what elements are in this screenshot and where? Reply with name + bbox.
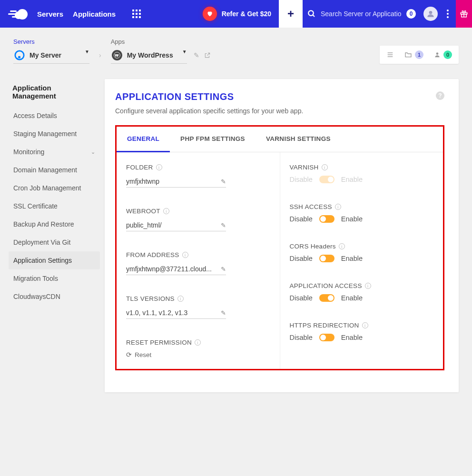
reset-icon: ⟳ bbox=[126, 351, 132, 358]
svg-rect-7 bbox=[139, 10, 141, 11]
svg-rect-10 bbox=[139, 13, 141, 15]
svg-point-16 bbox=[429, 11, 433, 14]
chevron-down-icon: ⌄ bbox=[91, 149, 95, 155]
app-access-toggle[interactable] bbox=[319, 294, 334, 302]
search-icon[interactable] bbox=[307, 10, 316, 18]
list-view-icon[interactable] bbox=[386, 51, 394, 59]
field-from-address: FROM ADDRESSi ymfjxhtwnp@377211.cloud...… bbox=[126, 251, 270, 275]
panel-title: APPLICATION SETTINGS bbox=[115, 91, 444, 102]
sidebar-item-access-details[interactable]: Access Details bbox=[9, 107, 100, 125]
chevron-down-icon: ▼ bbox=[182, 49, 187, 54]
info-icon[interactable]: i bbox=[335, 204, 341, 210]
crumb-app: Apps My WordPress ▼ bbox=[111, 38, 187, 64]
apps-grid-button[interactable] bbox=[125, 0, 148, 28]
folder-value: ymfjxhtwnp bbox=[126, 178, 221, 185]
users-widget[interactable]: 0 bbox=[434, 50, 452, 59]
context-widgets: 1 0 bbox=[380, 46, 459, 64]
gift-button[interactable] bbox=[456, 0, 472, 28]
field-varnish: VARNISHi Disable Enable bbox=[290, 164, 434, 183]
svg-rect-0 bbox=[10, 10, 17, 12]
sidebar-item-cron-job-management[interactable]: Cron Job Management bbox=[9, 179, 100, 197]
from-address-value: ymfjxhtwnp@377211.cloud... bbox=[126, 265, 221, 273]
edit-app-icon[interactable]: ✎ bbox=[194, 51, 199, 59]
cloudways-logo[interactable] bbox=[0, 8, 37, 20]
field-tls-versions: TLS VERSIONSi v1.0, v1.1, v1.2, v1.3 ✎ bbox=[126, 295, 270, 319]
field-label: FROM ADDRESS bbox=[126, 251, 179, 258]
toggle-enable-label: Enable bbox=[341, 215, 363, 223]
sidebar-item-staging-management[interactable]: Staging Management bbox=[9, 125, 100, 143]
app-name: My WordPress bbox=[127, 51, 173, 59]
search-input[interactable] bbox=[321, 10, 402, 18]
field-label: WEBROOT bbox=[126, 208, 160, 215]
sidebar-item-domain-management[interactable]: Domain Management bbox=[9, 161, 100, 179]
server-selector[interactable]: My Server ▼ bbox=[13, 47, 89, 64]
info-icon[interactable]: i bbox=[365, 283, 371, 289]
sidebar-item-monitoring[interactable]: Monitoring ⌄ bbox=[9, 143, 100, 161]
info-icon[interactable]: i bbox=[182, 252, 188, 258]
field-label: VARNISH bbox=[290, 164, 319, 171]
info-icon[interactable]: i bbox=[177, 296, 184, 302]
sidebar-item-deployment-via-git[interactable]: Deployment Via Git bbox=[9, 233, 100, 251]
info-icon[interactable]: i bbox=[156, 164, 162, 170]
more-menu[interactable] bbox=[443, 10, 452, 18]
info-icon[interactable]: i bbox=[163, 208, 169, 214]
webroot-value: public_html/ bbox=[126, 221, 221, 229]
tab-php-fpm-settings[interactable]: PHP FPM SETTINGS bbox=[170, 127, 256, 152]
toggle-disable-label: Disable bbox=[290, 255, 313, 262]
crumb-actions: ✎ bbox=[194, 51, 211, 59]
svg-rect-12 bbox=[136, 16, 138, 18]
field-label: FOLDER bbox=[126, 164, 153, 171]
edit-tls-button[interactable]: ✎ bbox=[221, 309, 226, 317]
sidebar-item-cloudwayscdn[interactable]: CloudwaysCDN bbox=[9, 288, 100, 306]
toggle-disable-label: Disable bbox=[290, 176, 313, 183]
info-icon[interactable]: i bbox=[322, 164, 328, 170]
settings-panel: APPLICATION SETTINGS ? Configure several… bbox=[105, 79, 459, 392]
tab-varnish-settings[interactable]: VARNISH SETTINGS bbox=[256, 127, 341, 152]
toggle-enable-label: Enable bbox=[341, 334, 363, 341]
edit-webroot-button[interactable]: ✎ bbox=[221, 222, 226, 229]
top-bar: Servers Applications Refer & Get $20 + 0 bbox=[0, 0, 472, 28]
crumb-apps-label: Apps bbox=[111, 38, 187, 45]
add-button[interactable]: + bbox=[279, 0, 303, 28]
edit-from-address-button[interactable]: ✎ bbox=[221, 266, 226, 273]
https-toggle[interactable] bbox=[319, 334, 334, 341]
svg-rect-11 bbox=[132, 16, 134, 18]
primary-nav: Servers Applications bbox=[37, 10, 125, 18]
sidebar-item-application-settings[interactable]: Application Settings bbox=[9, 251, 100, 269]
toggle-enable-label: Enable bbox=[341, 176, 363, 183]
toggle-enable-label: Enable bbox=[341, 294, 363, 302]
varnish-toggle[interactable] bbox=[319, 176, 334, 183]
help-icon[interactable]: ? bbox=[436, 91, 444, 100]
edit-folder-button[interactable]: ✎ bbox=[221, 178, 226, 185]
info-icon[interactable]: i bbox=[339, 243, 345, 249]
wordpress-icon bbox=[112, 50, 122, 60]
field-label: RESET PERMISSION bbox=[126, 339, 192, 346]
field-https-redirection: HTTPS REDIRECTIONi Disable Enable bbox=[290, 322, 434, 341]
highlighted-region: GENERAL PHP FPM SETTINGS VARNISH SETTING… bbox=[115, 125, 444, 370]
tab-general[interactable]: GENERAL bbox=[117, 127, 170, 152]
svg-rect-21 bbox=[18, 56, 20, 59]
info-icon[interactable]: i bbox=[362, 322, 368, 328]
app-selector[interactable]: My WordPress ▼ bbox=[111, 47, 187, 64]
folder-widget[interactable]: 1 bbox=[404, 50, 423, 59]
nav-applications[interactable]: Applications bbox=[73, 10, 116, 18]
nav-servers[interactable]: Servers bbox=[37, 10, 63, 18]
svg-point-4 bbox=[15, 11, 22, 19]
server-name: My Server bbox=[30, 51, 61, 59]
sidebar-item-backup-and-restore[interactable]: Backup And Restore bbox=[9, 215, 100, 233]
ssh-toggle[interactable] bbox=[319, 215, 334, 223]
svg-rect-9 bbox=[136, 13, 138, 15]
sidebar-title: Application Management bbox=[9, 79, 100, 107]
reset-permission-button[interactable]: ⟳ Reset bbox=[126, 351, 270, 358]
account-avatar[interactable] bbox=[423, 7, 438, 21]
info-icon[interactable]: i bbox=[195, 339, 201, 346]
chevron-down-icon: ▼ bbox=[85, 49, 89, 54]
sidebar-item-migration-tools[interactable]: Migration Tools bbox=[9, 269, 100, 288]
refer-button[interactable]: Refer & Get $20 bbox=[195, 0, 279, 28]
open-app-icon[interactable] bbox=[204, 52, 211, 59]
cors-toggle[interactable] bbox=[319, 255, 334, 262]
crumb-servers-label[interactable]: Servers bbox=[13, 38, 89, 45]
reset-label: Reset bbox=[135, 351, 151, 358]
sidebar-item-ssl-certificate[interactable]: SSL Certificate bbox=[9, 197, 100, 215]
field-label: CORS Headers bbox=[290, 243, 336, 250]
